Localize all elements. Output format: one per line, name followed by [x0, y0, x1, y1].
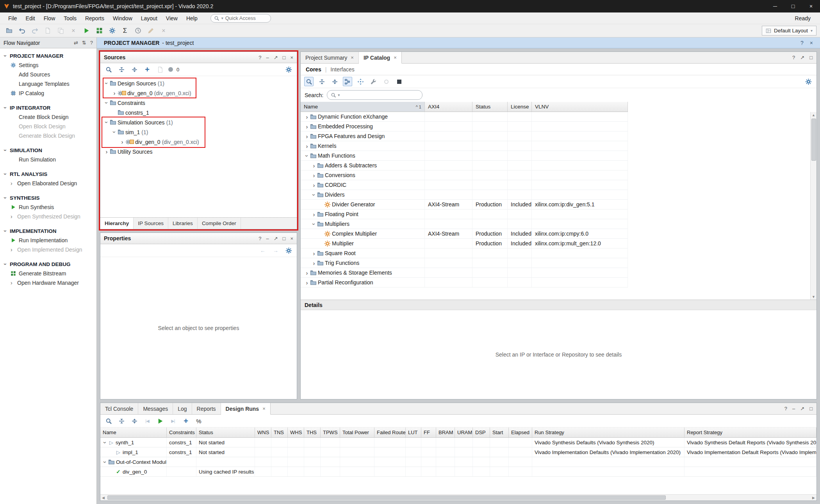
ip-search-box[interactable]: ▾	[327, 90, 422, 100]
ip-row-fpga-features-and-design[interactable]: ›FPGA Features and Design	[301, 131, 628, 141]
sidebar-item-create-block-design[interactable]: Create Block Design	[0, 112, 96, 122]
ip-row-floating-point[interactable]: ›Floating Point	[301, 209, 628, 219]
subtab-interfaces[interactable]: Interfaces	[330, 66, 354, 73]
float-icon[interactable]: ↗	[274, 55, 278, 60]
redo-button[interactable]	[29, 26, 40, 36]
edit-button[interactable]	[145, 26, 156, 36]
launch-runs-button[interactable]	[155, 416, 165, 426]
column-header-total-power[interactable]: Total Power	[340, 428, 374, 437]
column-header-run-strategy[interactable]: Run Strategy	[532, 428, 685, 437]
sources-tree-row-utility-sources[interactable]: ›Utility Sources	[100, 147, 297, 156]
flow-section-header-program-and-debug[interactable]: ›PROGRAM AND DEBUG	[0, 259, 96, 269]
column-header-elapsed[interactable]: Elapsed	[509, 428, 532, 437]
ip-row-embedded-processing[interactable]: ›Embedded Processing	[301, 122, 628, 131]
scroll-up-icon[interactable]: ▲	[811, 112, 816, 118]
maximize-icon[interactable]: □	[809, 55, 813, 60]
expand-all-button[interactable]	[130, 416, 139, 426]
sidebar-item-run-synthesis[interactable]: Run Synthesis	[0, 202, 96, 212]
tab-log[interactable]: Log	[173, 403, 192, 414]
sidebar-item-add-sources[interactable]: Add Sources	[0, 70, 96, 79]
maximize-icon[interactable]: □	[283, 236, 286, 241]
ip-row-dynamic-function-exchange[interactable]: ›Dynamic Function eXchange	[301, 112, 628, 122]
new-file-button[interactable]	[42, 26, 53, 36]
help-icon[interactable]: ?	[258, 55, 261, 60]
collapse-all-button[interactable]	[317, 77, 326, 86]
expander-open-icon[interactable]: ›	[102, 459, 109, 465]
column-header-name[interactable]: Name^ 1	[301, 102, 425, 112]
expander-closed-icon[interactable]: ›	[111, 90, 118, 96]
minimize-icon[interactable]: –	[266, 236, 269, 241]
ip-row-adders-subtracters[interactable]: ›Adders & Subtracters	[301, 161, 628, 170]
collapse-all-icon[interactable]: ⇄	[74, 40, 78, 46]
flow-section-header-ip-integrator[interactable]: ›IP INTEGRATOR	[0, 102, 96, 112]
expander-open-icon[interactable]: ›	[311, 192, 317, 198]
expander-closed-icon[interactable]: ›	[304, 143, 310, 149]
copy-button[interactable]	[55, 26, 66, 36]
menu-help[interactable]: Help	[182, 14, 202, 23]
help-icon[interactable]: ?	[792, 55, 795, 60]
vertical-scrollbar[interactable]: ▲ ▼	[810, 112, 816, 300]
expander-closed-icon[interactable]: ›	[304, 133, 310, 140]
delete-button[interactable]: ×	[68, 26, 79, 36]
tab-messages[interactable]: Messages	[138, 403, 173, 414]
collapse-all-button[interactable]	[117, 65, 126, 74]
menu-edit[interactable]: Edit	[21, 14, 39, 23]
ip-row-conversions[interactable]: ›Conversions	[301, 170, 628, 180]
expander-open-icon[interactable]: ›	[103, 80, 110, 87]
help-icon[interactable]: ?	[90, 40, 93, 46]
column-header-tns[interactable]: TNS	[271, 428, 288, 437]
close-icon[interactable]: ×	[262, 406, 266, 412]
sidebar-item-settings[interactable]: Settings	[0, 60, 96, 70]
expander-closed-icon[interactable]: ›	[103, 148, 110, 155]
maximize-button[interactable]: □	[784, 0, 802, 12]
help-icon[interactable]: ?	[258, 236, 261, 241]
column-header-axi4[interactable]: AXI4	[425, 102, 472, 112]
search-button[interactable]	[104, 65, 113, 74]
ip-row-divider-generator[interactable]: Divider GeneratorAXI4-StreamProductionIn…	[301, 200, 628, 209]
expander-open-icon[interactable]: ›	[103, 119, 110, 126]
menu-flow[interactable]: Flow	[39, 14, 60, 23]
sidebar-item-generate-bitstream[interactable]: Generate Bitstream	[0, 269, 96, 278]
column-header-ths[interactable]: THS	[304, 428, 321, 437]
menu-reports[interactable]: Reports	[81, 14, 109, 23]
taxonomy-view-button[interactable]	[343, 77, 352, 86]
design-run-row-impl-1[interactable]: ▷impl_1constrs_1Not startedVivado Implem…	[100, 447, 816, 457]
expand-all-button[interactable]	[330, 77, 339, 86]
add-sources-button[interactable]: +	[143, 65, 152, 74]
sidebar-item-language-templates[interactable]: Language Templates	[0, 79, 96, 89]
catalog-settings-button[interactable]	[804, 77, 813, 86]
expand-all-icon[interactable]: ⇅	[82, 40, 86, 46]
horizontal-scrollbar[interactable]: ◀ ▶	[100, 494, 816, 500]
column-header-start[interactable]: Start	[490, 428, 509, 437]
design-run-row-div-gen-0[interactable]: ✓div_gen_0Using cached IP results	[100, 467, 816, 477]
design-run-row-synth-1[interactable]: ›▷synth_1constrs_1Not startedVivado Synt…	[100, 438, 816, 447]
menu-window[interactable]: Window	[109, 14, 137, 23]
run-button[interactable]	[81, 26, 92, 36]
properties-settings-button[interactable]	[284, 246, 293, 255]
sources-tree-row-div-gen-0[interactable]: ›div_gen_0(div_gen_0.xci)	[100, 88, 297, 98]
menu-layout[interactable]: Layout	[137, 14, 162, 23]
close-button[interactable]: ×	[802, 0, 820, 12]
quick-access-search[interactable]: ▾	[210, 14, 271, 23]
expander-closed-icon[interactable]: ›	[311, 211, 317, 218]
expander-closed-icon[interactable]: ›	[311, 250, 317, 257]
expander-closed-icon[interactable]: ›	[311, 172, 317, 179]
close-icon[interactable]: ×	[394, 55, 397, 60]
help-icon[interactable]: ?	[800, 40, 804, 46]
ip-row-multipliers[interactable]: ›Multipliers	[301, 219, 628, 229]
ip-row-square-root[interactable]: ›Square Root	[301, 248, 628, 258]
menu-view[interactable]: View	[162, 14, 182, 23]
percent-button[interactable]: %	[194, 416, 203, 426]
tab-hierarchy[interactable]: Hierarchy	[100, 218, 134, 229]
column-header-vlnv[interactable]: VLNV	[532, 102, 628, 112]
minimize-icon[interactable]: –	[266, 55, 269, 60]
expander-closed-icon[interactable]: ›	[304, 114, 310, 120]
tab-project-summary[interactable]: Project Summary×	[301, 52, 359, 63]
ip-row-kernels[interactable]: ›Kernels	[301, 141, 628, 151]
ip-settings-button[interactable]	[369, 77, 378, 86]
settings-button[interactable]	[107, 26, 118, 36]
sources-tree-row-design-sources[interactable]: ›Design Sources(1)	[100, 78, 297, 88]
forward-button[interactable]: →	[271, 246, 280, 255]
sources-tree-row-sim-1[interactable]: ›sim_1(1)	[100, 127, 297, 137]
column-header-uram[interactable]: URAM	[455, 428, 473, 437]
